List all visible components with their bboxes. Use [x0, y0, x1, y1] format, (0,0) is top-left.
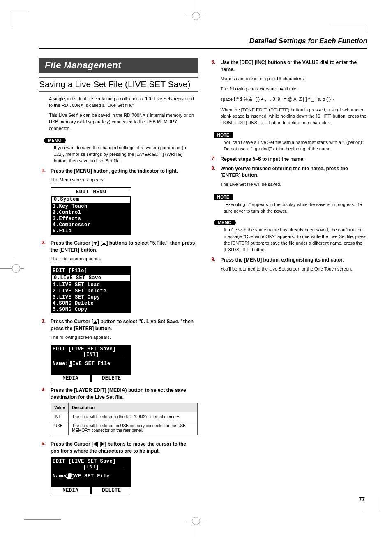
step-item: 8. When you've finished entering the fil…: [209, 165, 368, 179]
value-table: ValueDescription INTThe data will be sto…: [51, 403, 198, 435]
step-text: Press the Cursor [] button to select "0.…: [51, 318, 198, 332]
step-text: Press the Cursor [] [] buttons to select…: [51, 240, 198, 254]
screen-title: EDIT [File]: [51, 267, 131, 274]
screen-line: 5.SONG Copy: [51, 307, 131, 313]
crop-mark: [331, 24, 368, 31]
step-note: Names can consist of up to 16 characters…: [221, 76, 368, 82]
cursor-highlight-icon: LI: [65, 473, 75, 479]
crop-mark: [12, 12, 28, 28]
step-number: 9.: [209, 257, 216, 264]
memo-label: MEMO: [214, 220, 236, 225]
section-heading: File Management: [39, 58, 198, 73]
step-text: Press the [LAYER EDIT] (MEDIA) button to…: [51, 387, 198, 401]
screen-fkey: MEDIA: [51, 375, 90, 382]
screen-title: EDIT [LIVE SET Save]: [51, 345, 131, 352]
screen-sub: [INT]: [51, 464, 131, 471]
step-number: 1.: [39, 168, 46, 175]
screen-fkey: MEDIA: [51, 487, 90, 494]
memo-text: If a file with the same name has already…: [224, 227, 368, 253]
intro-paragraph: This Live Set file can be saved in the R…: [49, 112, 198, 132]
cursor-left-icon: [93, 442, 97, 446]
cursor-down-icon: [93, 242, 97, 245]
screen-line: 1.LIVE SET Load: [51, 282, 131, 288]
screen-liveset-save-cursor: EDIT [LIVE SET Save] [INT] NameLIVE SET …: [51, 457, 131, 494]
step-text: Repeat steps 5–6 to input the name.: [221, 156, 368, 163]
crop-mark: [364, 497, 380, 513]
cell: The data will be stored on USB memory co…: [69, 421, 197, 435]
column-left: File Management Saving a Live Set File (…: [39, 58, 198, 499]
cell: INT: [51, 412, 69, 421]
screen-body: Name:LIVE SET File: [51, 359, 131, 375]
screen-footer: MEDIA DELETE: [51, 487, 131, 494]
memo-text: If you want to save the changed settings…: [54, 145, 198, 164]
step-item: 7. Repeat steps 5–6 to input the name.: [209, 156, 368, 163]
step-text: Press the [MENU] button, getting the ind…: [51, 168, 198, 175]
screen-liveset-save: EDIT [LIVE SET Save] [INT] Name:LIVE SET…: [51, 345, 131, 382]
cursor-up-icon: [102, 242, 106, 245]
intro-paragraph: A single, individual file containing a c…: [49, 96, 198, 109]
step-item: 3. Press the Cursor [] button to select …: [39, 318, 198, 332]
step-text: Press the [MENU] button, extinguishing i…: [221, 257, 368, 264]
cell: USB: [51, 421, 69, 435]
column-right: 6. Use the [DEC] [INC] buttons or the VA…: [209, 58, 368, 499]
screen-edit-menu: EDIT MENU 0.System 1.Key Touch 2.Control…: [51, 187, 131, 235]
screen-line: 3.Effects: [51, 216, 131, 222]
crop-mark: [24, 512, 61, 520]
note-label: NOTE: [214, 132, 233, 138]
screen-edit-file: EDIT [File] 0.LIVE SET Save 1.LIVE SET L…: [51, 266, 131, 313]
running-head: Detailed Settings for Each Function: [39, 37, 367, 45]
screen-line: 2.Control: [51, 210, 131, 216]
step-item: 2. Press the Cursor [] [] buttons to sel…: [39, 240, 198, 254]
step-note: The Menu screen appears.: [51, 177, 198, 183]
screen-line: 3.LIVE SET Copy: [51, 294, 131, 301]
note-text: "Executing..." appears in the display wh…: [224, 201, 368, 215]
step-item: 4. Press the [LAYER EDIT] (MEDIA) button…: [39, 387, 198, 401]
crop-mark: [192, 517, 200, 525]
subsection-heading: Saving a Live Set File (LIVE SET Save): [39, 77, 198, 92]
content-columns: File Management Saving a Live Set File (…: [39, 58, 367, 499]
step-note: The Edit screen appears.: [51, 256, 198, 262]
cell: The data will be stored in the RD-700NX'…: [69, 412, 197, 421]
step-item: 5. Press the Cursor [] [] buttons to mov…: [39, 441, 198, 455]
char-list: space ! # $ % & ' ( ) + , - . 0–9 ; = @ …: [221, 96, 368, 102]
screen-title: EDIT MENU: [51, 188, 131, 196]
step-number: 6.: [209, 59, 216, 73]
crop-mark: [192, 12, 200, 20]
screen-fkey: DELETE: [92, 375, 131, 382]
step-text: Use the [DEC] [INC] buttons or the VALUE…: [221, 59, 368, 73]
col-description: Description: [69, 403, 197, 412]
cursor-up-icon: [93, 320, 97, 324]
step-note: When the [TONE EDIT] (DELETE) button is …: [221, 107, 368, 126]
screen-line: 4.Compressor: [51, 222, 131, 228]
page-number: 77: [359, 496, 365, 502]
screen-line: 2.LIVE SET Delete: [51, 288, 131, 294]
step-number: 7.: [209, 156, 216, 163]
screen-fkey: DELETE: [92, 487, 131, 494]
crop-mark: [12, 264, 20, 273]
memo-label: MEMO: [44, 138, 66, 143]
screen-footer: MEDIA DELETE: [51, 375, 131, 382]
screen-selected-line: 0.LIVE SET Save: [52, 275, 130, 281]
screen-line: 4.SONG Delete: [51, 301, 131, 307]
step-number: 8.: [209, 165, 216, 179]
screen-selected-line: 0.System: [52, 197, 130, 203]
col-value: Value: [51, 403, 69, 412]
step-note: The following characters are available.: [221, 86, 368, 92]
step-note: The Live Set file will be saved.: [221, 181, 368, 187]
screen-title: EDIT [LIVE SET Save]: [51, 458, 131, 464]
step-item: 1. Press the [MENU] button, getting the …: [39, 168, 198, 175]
step-text: Press the Cursor [] [] buttons to move t…: [51, 441, 198, 455]
screen-line: 1.Key Touch: [51, 204, 131, 210]
step-text: When you've finished entering the file n…: [221, 165, 368, 179]
page: Detailed Settings for Each Function File…: [0, 0, 392, 537]
step-number: 5.: [39, 441, 46, 455]
step-number: 2.: [39, 240, 46, 254]
step-note: You'll be returned to the Live Set scree…: [221, 266, 368, 272]
step-item: 9. Press the [MENU] button, extinguishin…: [209, 257, 368, 264]
note-label: NOTE: [214, 194, 233, 200]
rule: [39, 48, 367, 49]
note-text: You can't save a Live Set file with a na…: [224, 139, 368, 153]
step-number: 4.: [39, 387, 46, 401]
screen-line: 5.File: [51, 228, 131, 234]
screen-body: NameLIVE SET File: [51, 471, 131, 487]
